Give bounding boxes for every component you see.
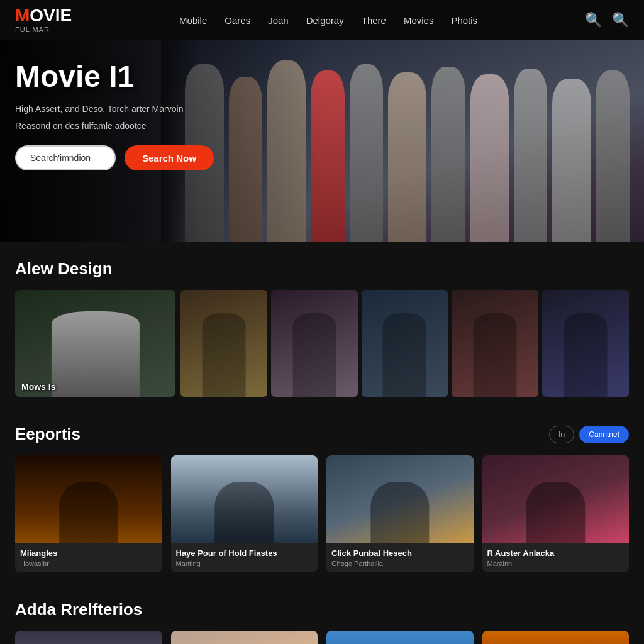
eportis-section: Eeportis In Canntnet MiianglesHowasibrHa… bbox=[0, 407, 644, 582]
hero-buttons: Search'imndion Search Now bbox=[15, 145, 214, 170]
design-thumb-3[interactable] bbox=[452, 290, 538, 397]
search-icon[interactable]: 🔍 bbox=[612, 12, 629, 28]
nav-item-photis[interactable]: Photis bbox=[451, 15, 477, 26]
adda-section: Adda Rrelfterios Nhacks in Ba Riearn Res… bbox=[0, 582, 644, 644]
eportis-btn-canntnet[interactable]: Canntnet bbox=[579, 426, 629, 443]
adda-title: Adda Rrelfterios bbox=[15, 600, 629, 619]
design-thumb-1[interactable] bbox=[271, 290, 358, 397]
main-card-label: Mows Is bbox=[21, 382, 55, 392]
hero-title: Movie I1 bbox=[15, 59, 214, 94]
search-icon-active[interactable]: 🔍 bbox=[585, 12, 602, 28]
eportis-card-0[interactable]: MiianglesHowasibr bbox=[15, 455, 162, 572]
nav-item-mobile[interactable]: Mobile bbox=[179, 15, 207, 26]
eportis-card-title-0: Miiangles bbox=[20, 548, 157, 558]
new-design-thumbs bbox=[180, 290, 629, 397]
eportis-btn-in[interactable]: In bbox=[549, 426, 574, 443]
nav-item-movies[interactable]: Movies bbox=[404, 15, 434, 26]
eportis-card-1[interactable]: Haye Pour of Hold FiastesManting bbox=[171, 455, 318, 572]
adda-card-2[interactable]: USL Raceeople Kicle8 TnmlachSevide bbox=[326, 631, 474, 644]
new-design-title: Alew Design bbox=[15, 259, 629, 279]
eportis-card-title-1: Haye Pour of Hold Fiastes bbox=[176, 548, 313, 558]
logo-m: M bbox=[15, 6, 30, 25]
adda-card-3[interactable]: Rigablune Prosis & CSF PnotsAcgle Eollec… bbox=[482, 631, 630, 644]
adda-grid: Nhacks in Ba Riearn Ressev ..Tolosplevat… bbox=[15, 631, 629, 644]
eportis-card-sub-2: Ghoge Parthailla bbox=[331, 560, 469, 567]
design-thumb-0[interactable] bbox=[180, 290, 267, 397]
hero-desc-1: High Assert, and Deso. Torch arter Marvo… bbox=[15, 103, 214, 116]
eportis-title: Eeportis bbox=[15, 425, 80, 444]
design-thumb-4[interactable] bbox=[542, 290, 629, 397]
eportis-card-3[interactable]: R Auster AnlackaMaralnn bbox=[482, 455, 630, 572]
hero-content: Movie I1 High Assert, and Deso. Torch ar… bbox=[15, 59, 214, 170]
site-logo[interactable]: MOVIE FUL MAR bbox=[15, 7, 72, 33]
eportis-grid: MiianglesHowasibrHaye Pour of Hold Fiast… bbox=[15, 455, 629, 572]
eportis-card-sub-1: Manting bbox=[176, 560, 313, 567]
header-icons: 🔍 🔍 bbox=[585, 12, 629, 28]
new-design-main-card[interactable]: Mows Is bbox=[15, 290, 175, 397]
search-now-button[interactable]: Search Now bbox=[125, 145, 214, 170]
nav-item-there[interactable]: There bbox=[362, 15, 386, 26]
eportis-card-title-3: R Auster Anlacka bbox=[487, 548, 625, 558]
hero-section: Movie I1 High Assert, and Deso. Torch ar… bbox=[0, 40, 644, 242]
nav-item-oares[interactable]: Oares bbox=[225, 15, 250, 26]
eportis-buttons: In Canntnet bbox=[549, 426, 629, 443]
adda-card-0[interactable]: Nhacks in Ba Riearn Ressev ..Tolosplevat… bbox=[15, 631, 162, 644]
eportis-card-2[interactable]: Click Punbal HesechGhoge Parthailla bbox=[326, 455, 474, 572]
design-thumb-2[interactable] bbox=[362, 290, 448, 397]
site-header: MOVIE FUL MAR MobileOaresJoanDelgorayThe… bbox=[0, 0, 644, 40]
eportis-card-sub-0: Howasibr bbox=[20, 560, 157, 567]
eportis-header: Eeportis In Canntnet bbox=[15, 425, 629, 444]
new-design-section: Alew Design Mows Is bbox=[0, 242, 644, 407]
new-design-grid: Mows Is bbox=[15, 290, 629, 397]
adda-card-1[interactable]: Drslenider LiuimalMinealing bbox=[171, 631, 318, 644]
main-nav: MobileOaresJoanDelgorayThereMoviesPhotis bbox=[179, 15, 477, 26]
logo-subtitle: FUL MAR bbox=[15, 26, 50, 33]
nav-item-joan[interactable]: Joan bbox=[268, 15, 289, 26]
eportis-card-sub-3: Maralnn bbox=[487, 560, 625, 567]
nav-item-delgoray[interactable]: Delgoray bbox=[306, 15, 344, 26]
search-input-button[interactable]: Search'imndion bbox=[15, 145, 116, 170]
hero-desc-2: Reasond on des fulfamle adootce bbox=[15, 119, 214, 133]
logo-ovie: OVIE bbox=[30, 6, 72, 25]
eportis-card-title-2: Click Punbal Hesech bbox=[331, 548, 469, 558]
